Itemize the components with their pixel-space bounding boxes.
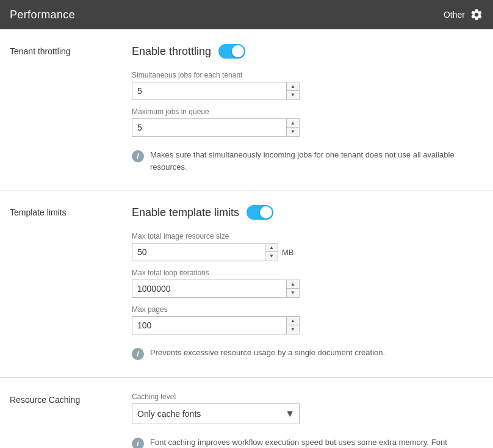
toggle-thumb [232, 45, 244, 57]
template-limits-info-text: Prevents excessive resource usage by a s… [150, 347, 385, 359]
max-image-field: Max total image resource size ▲ ▼ MB [132, 232, 483, 261]
mb-unit-label: MB [282, 248, 294, 257]
max-loop-up[interactable]: ▲ [287, 280, 299, 289]
main-content: Tenant throttling Enable throttling Simu… [0, 29, 493, 448]
enable-throttling-row: Enable throttling [132, 44, 483, 59]
max-loop-input-wrap: ▲ ▼ [132, 280, 300, 298]
max-loop-down[interactable]: ▼ [287, 289, 299, 297]
max-loop-field: Max total loop iterations ▲ ▼ [132, 269, 483, 298]
enable-template-limits-label: Enable template limits [132, 206, 239, 219]
max-jobs-spinners: ▲ ▼ [286, 119, 299, 136]
max-pages-label: Max pages [132, 305, 483, 314]
max-pages-spinners: ▲ ▼ [286, 317, 299, 334]
template-limits-content: Enable template limits Max total image r… [132, 205, 483, 363]
caching-level-select[interactable]: No caching Only cache fonts Cache all re… [132, 403, 300, 424]
max-jobs-up[interactable]: ▲ [287, 119, 299, 128]
max-loop-input[interactable] [132, 280, 286, 297]
other-label: Other [444, 10, 465, 20]
caching-level-field: Caching level No caching Only cache font… [132, 392, 483, 424]
other-menu[interactable]: Other [444, 8, 483, 21]
max-jobs-field: Maximum jobs in queue ▲ ▼ [132, 107, 483, 137]
gear-icon [470, 8, 483, 21]
enable-throttling-label: Enable throttling [132, 45, 211, 58]
throttling-info-text: Makes sure that simultaneously incoming … [150, 149, 483, 173]
template-limits-info-icon: i [132, 348, 144, 360]
simultaneous-jobs-field: Simultaneous jobs for each tenant ▲ ▼ [132, 71, 483, 100]
max-jobs-down[interactable]: ▼ [287, 128, 299, 136]
caching-info-icon: i [132, 438, 144, 448]
resource-caching-section: Resource Caching Caching level No cachin… [0, 378, 493, 448]
throttling-info-icon: i [132, 150, 144, 162]
caching-level-select-wrap: No caching Only cache fonts Cache all re… [132, 403, 300, 424]
max-image-down[interactable]: ▼ [265, 252, 278, 261]
template-toggle-thumb [260, 206, 272, 219]
caching-level-label: Caching level [132, 392, 483, 401]
max-loop-label: Max total loop iterations [132, 269, 483, 277]
max-pages-up[interactable]: ▲ [287, 317, 299, 325]
enable-template-limits-toggle[interactable] [246, 205, 273, 220]
max-pages-field: Max pages ▲ ▼ [132, 305, 483, 334]
resource-caching-content: Caching level No caching Only cache font… [132, 392, 483, 448]
header: Performance Other [0, 0, 493, 29]
template-limits-label: Template limits [10, 205, 132, 363]
max-image-input-row: ▲ ▼ MB [132, 243, 483, 261]
simultaneous-jobs-up[interactable]: ▲ [287, 82, 299, 91]
tenant-throttling-label: Tenant throttling [10, 44, 132, 175]
max-jobs-input[interactable] [132, 119, 286, 136]
max-jobs-input-wrap: ▲ ▼ [132, 118, 300, 137]
tenant-throttling-content: Enable throttling Simultaneous jobs for … [132, 44, 483, 175]
simultaneous-jobs-label: Simultaneous jobs for each tenant [132, 71, 483, 79]
simultaneous-jobs-input[interactable] [132, 82, 286, 99]
caching-info: i Font caching improves workflow executi… [132, 434, 483, 448]
max-image-input[interactable] [132, 244, 265, 261]
enable-throttling-toggle[interactable] [218, 44, 245, 59]
max-image-label: Max total image resource size [132, 232, 483, 240]
resource-caching-label: Resource Caching [10, 392, 132, 448]
simultaneous-jobs-spinners: ▲ ▼ [286, 82, 299, 99]
template-limits-section: Template limits Enable template limits M… [0, 190, 493, 378]
enable-template-limits-row: Enable template limits [132, 205, 483, 220]
max-jobs-label: Maximum jobs in queue [132, 107, 483, 116]
max-pages-input-wrap: ▲ ▼ [132, 316, 300, 334]
max-image-up[interactable]: ▲ [265, 244, 278, 252]
max-image-spinners: ▲ ▼ [265, 244, 278, 261]
max-image-input-wrap: ▲ ▼ [132, 243, 278, 261]
template-limits-info: i Prevents excessive resource usage by a… [132, 344, 483, 363]
page-title: Performance [10, 9, 75, 21]
caching-info-text: Font caching improves workflow execution… [150, 436, 483, 448]
max-pages-input[interactable] [132, 317, 286, 334]
max-loop-spinners: ▲ ▼ [286, 280, 299, 297]
tenant-throttling-section: Tenant throttling Enable throttling Simu… [0, 29, 493, 190]
throttling-info: i Makes sure that simultaneously incomin… [132, 146, 483, 175]
simultaneous-jobs-down[interactable]: ▼ [287, 91, 299, 99]
simultaneous-jobs-input-wrap: ▲ ▼ [132, 82, 300, 100]
max-pages-down[interactable]: ▼ [287, 325, 299, 334]
